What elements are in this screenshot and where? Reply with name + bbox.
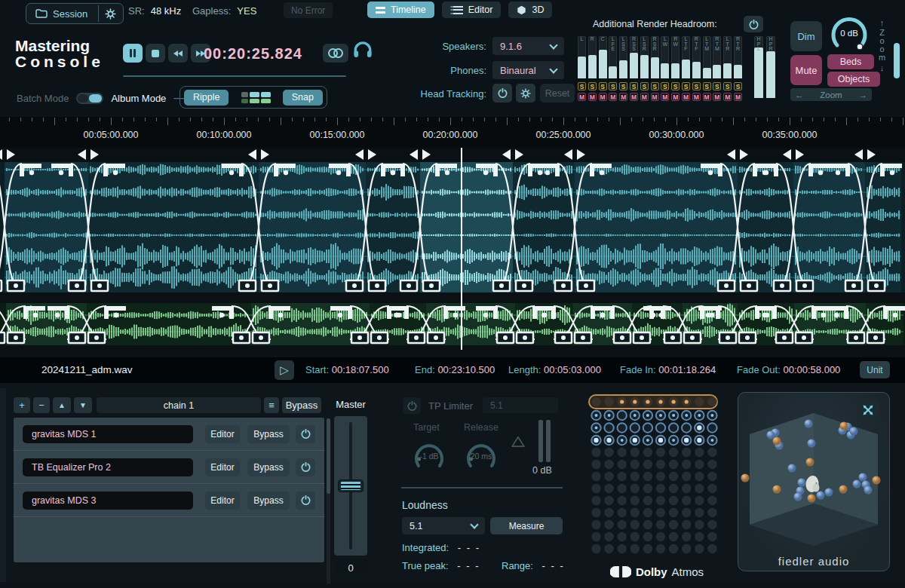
output-level-knob[interactable]: 0 dB <box>828 14 870 53</box>
meter-scrollbar[interactable] <box>894 43 900 78</box>
move-down-button[interactable]: ▼ <box>74 397 92 413</box>
transport-divider <box>123 75 346 77</box>
mute-channel-button[interactable]: M <box>578 93 586 101</box>
gapless-label: Gapless: <box>192 5 231 17</box>
object-channel-grid[interactable] <box>587 390 722 560</box>
plugin-name-field[interactable]: gravitas MDS 1 <box>23 425 193 443</box>
head-tracking-reset-button[interactable]: Reset <box>540 84 575 103</box>
fader-handle[interactable] <box>338 479 364 492</box>
unit-button[interactable]: Unit <box>860 361 890 378</box>
rewind-button[interactable] <box>168 44 188 63</box>
limiter-mode-field[interactable]: 5.1 <box>483 397 558 413</box>
limiter-gain-meter <box>538 420 552 462</box>
tab-timeline[interactable]: Timeline <box>367 2 434 18</box>
mute-channel-button[interactable]: M <box>723 93 732 101</box>
tab-3d[interactable]: 3D <box>508 2 552 18</box>
speakers-dropdown[interactable]: 9.1.6 <box>492 37 564 55</box>
solo-button[interactable]: S <box>619 82 627 90</box>
mute-channel-button[interactable]: M <box>713 93 721 101</box>
solo-button[interactable]: S <box>651 82 659 90</box>
mute-channel-button[interactable]: M <box>661 93 669 101</box>
plugin-name-field[interactable]: TB Equalizer Pro 2 <box>23 458 193 476</box>
head-tracking-settings-button[interactable] <box>516 84 535 103</box>
plugin-power-button[interactable] <box>296 425 315 443</box>
snap-button[interactable]: Snap <box>283 90 323 106</box>
mute-channel-button[interactable]: M <box>651 93 659 101</box>
solo-button[interactable]: S <box>723 82 732 90</box>
solo-button[interactable]: S <box>682 82 690 90</box>
solo-button[interactable]: S <box>671 82 680 90</box>
plugin-editor-button[interactable]: Editor <box>205 458 240 476</box>
loop-button[interactable] <box>323 44 348 63</box>
plugin-editor-button[interactable]: Editor <box>205 492 240 510</box>
session-settings-button[interactable] <box>98 5 121 22</box>
preview-play-button[interactable]: ▷ <box>275 360 294 380</box>
solo-button[interactable]: S <box>578 82 586 90</box>
mute-channel-button[interactable]: M <box>619 93 627 101</box>
vertical-zoom-control[interactable]: ↑ Zoom ↓ <box>876 18 888 98</box>
waveform-display[interactable] <box>0 148 905 354</box>
head-tracking-label: Head Tracking: <box>362 88 486 100</box>
mute-channel-button[interactable]: M <box>640 93 649 101</box>
mute-channel-button[interactable]: M <box>682 93 690 101</box>
limiter-release-knob[interactable]: 20 ms <box>464 439 499 472</box>
solo-button[interactable]: S <box>661 82 669 90</box>
mute-channel-button[interactable]: M <box>734 93 742 101</box>
solo-button[interactable]: S <box>630 82 638 90</box>
chain-bypass-button[interactable]: Bypass <box>282 397 321 413</box>
mute-channel-button[interactable]: M <box>588 93 597 101</box>
solo-button[interactable]: S <box>713 82 721 90</box>
solo-button[interactable]: S <box>692 82 701 90</box>
mute-channel-button[interactable]: M <box>703 93 711 101</box>
move-up-button[interactable]: ▲ <box>53 397 71 413</box>
limiter-target-knob[interactable]: -1 dB <box>412 439 446 472</box>
mode-toggle[interactable] <box>76 93 103 104</box>
beds-button[interactable]: Beds <box>827 54 874 69</box>
viewer-3d-expand-button[interactable] <box>857 400 879 421</box>
remove-plugin-button[interactable]: − <box>33 397 50 413</box>
channel-meters[interactable]: LSMRSMCSMLFESMLSSSMRSSSMLSRSMRSRSMLWSMRW… <box>578 36 780 104</box>
plugin-bypass-button[interactable]: Bypass <box>247 492 290 510</box>
limiter-delta-icon[interactable] <box>511 436 525 451</box>
master-value[interactable]: 0 <box>334 559 367 577</box>
mute-channel-button[interactable]: M <box>599 93 607 101</box>
solo-button[interactable]: S <box>640 82 649 90</box>
solo-button[interactable]: S <box>599 82 607 90</box>
stop-button[interactable] <box>146 44 165 63</box>
plugin-list-scrollbar[interactable] <box>327 418 330 584</box>
chain-menu-button[interactable]: ≡ <box>264 397 279 413</box>
objects-button[interactable]: Objects <box>827 72 880 87</box>
mute-channel-button[interactable]: M <box>692 93 701 101</box>
plugin-power-button[interactable] <box>296 458 315 476</box>
plugin-bypass-button[interactable]: Bypass <box>247 425 290 443</box>
chain-name-field[interactable]: chain 1 <box>97 397 261 413</box>
phones-dropdown[interactable]: Binaural <box>492 61 564 79</box>
plugin-editor-button[interactable]: Editor <box>205 425 240 443</box>
range-label: Range: <box>502 560 533 571</box>
ripple-button[interactable]: Ripple <box>184 90 229 106</box>
plugin-power-button[interactable] <box>296 492 315 510</box>
solo-button[interactable]: S <box>609 82 617 90</box>
loudness-format-dropdown[interactable]: 5.1 <box>402 517 485 534</box>
horizontal-zoom-control[interactable]: ← Zoom → <box>790 88 872 101</box>
master-fader[interactable] <box>334 416 367 556</box>
mute-channel-button[interactable]: M <box>671 93 680 101</box>
timeline-ruler[interactable]: 00:05:00.00000:10:00.00000:15:00.00000:2… <box>0 117 905 148</box>
limiter-power-button[interactable] <box>403 397 421 414</box>
solo-button[interactable]: S <box>703 82 711 90</box>
session-button[interactable]: Session <box>28 5 95 22</box>
dim-button[interactable]: Dim <box>790 21 822 51</box>
solo-button[interactable]: S <box>734 82 742 90</box>
mute-button[interactable]: Mute <box>790 55 822 85</box>
plugin-bypass-button[interactable]: Bypass <box>247 458 290 476</box>
measure-button[interactable]: Measure <box>490 517 563 534</box>
tab-editor[interactable]: Editor <box>442 2 502 18</box>
add-plugin-button[interactable]: + <box>14 397 30 413</box>
headroom-power-button[interactable] <box>744 16 763 32</box>
mute-channel-button[interactable]: M <box>630 93 638 101</box>
mute-channel-button[interactable]: M <box>609 93 617 101</box>
head-tracking-power-button[interactable] <box>492 84 512 103</box>
solo-button[interactable]: S <box>588 82 597 90</box>
plugin-name-field[interactable]: gravitas MDS 3 <box>23 492 193 510</box>
pause-button[interactable] <box>123 44 143 63</box>
